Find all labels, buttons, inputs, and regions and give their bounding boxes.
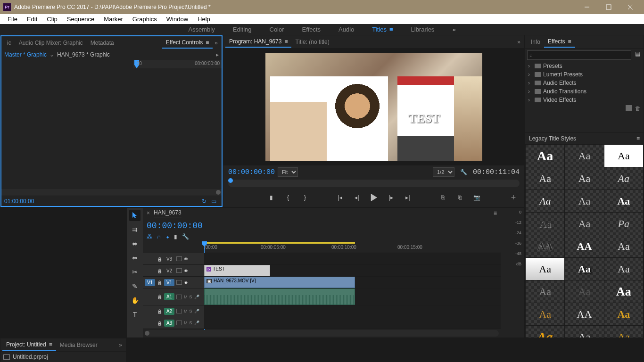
title-style-swatch[interactable]: Aa [565, 213, 603, 235]
lock-icon[interactable] [157, 294, 162, 299]
title-style-swatch[interactable]: Aa [565, 326, 603, 337]
close-sequence-icon[interactable]: × [147, 210, 150, 216]
track-label[interactable]: A3 [164, 320, 174, 327]
title-style-swatch[interactable]: Aa [565, 190, 603, 212]
step-back-button[interactable]: ◂| [353, 193, 361, 202]
rolling-edit-tool[interactable]: ⇔ [129, 252, 140, 263]
panel-overflow[interactable]: » [515, 39, 522, 45]
sync-lock-icon[interactable] [176, 256, 182, 261]
tree-audio-effects[interactable]: Audio Effects [525, 79, 644, 87]
add-marker-icon[interactable]: ⬥ [166, 233, 169, 240]
timeline-zoom-scroll[interactable] [145, 330, 499, 337]
solo-button[interactable]: S [190, 295, 192, 299]
clip-video[interactable]: ▣HAN_9673.MOV [V] [204, 277, 355, 288]
ripple-edit-tool[interactable]: ⬌ [129, 238, 140, 249]
lock-icon[interactable] [157, 268, 162, 273]
tab-effect-controls[interactable]: Effect Controls [162, 37, 213, 49]
menu-file[interactable]: File [3, 14, 22, 24]
solo-button[interactable]: S [190, 321, 192, 325]
lift-button[interactable]: ⎘ [438, 193, 447, 202]
tab-effects[interactable]: Effects [544, 36, 575, 48]
effect-master-label[interactable]: Master * Graphic [4, 51, 47, 58]
marker-icon[interactable]: ▮ [174, 233, 177, 240]
voice-over-icon[interactable]: 🎤 [194, 321, 199, 325]
title-style-swatch[interactable]: Aa [565, 258, 603, 280]
workspace-audio[interactable]: Audio [338, 24, 355, 35]
menu-graphics[interactable]: Graphics [128, 14, 162, 24]
program-video-frame[interactable]: TEST [265, 53, 482, 161]
tab-media-browser[interactable]: Media Browser [56, 340, 101, 350]
title-style-swatch[interactable]: Aa [604, 145, 643, 167]
title-style-swatch[interactable]: Aa [604, 235, 643, 257]
menu-help[interactable]: Help [193, 14, 215, 24]
resolution-select[interactable]: 1/2 [433, 167, 454, 177]
effect-mini-timeline[interactable]: 08:00:00:00 :00 [133, 60, 222, 68]
sync-lock-icon[interactable] [176, 268, 182, 273]
workspace-libraries[interactable]: Libraries [410, 24, 436, 35]
solo-button[interactable]: S [190, 309, 192, 313]
lock-icon[interactable] [157, 321, 162, 326]
track-label[interactable]: V2 [164, 267, 174, 274]
trash-icon[interactable]: 🗑 [635, 105, 641, 112]
toggle-track-output-icon[interactable] [184, 256, 188, 262]
tab-info[interactable]: Info [527, 37, 544, 47]
track-label[interactable]: A2 [164, 308, 174, 315]
title-style-swatch[interactable]: AA [526, 235, 564, 257]
title-style-swatch[interactable]: AA [565, 235, 603, 257]
panel-menu-icon[interactable]: ≡ [494, 210, 497, 216]
title-style-swatch[interactable]: Aa [526, 258, 564, 280]
razor-tool[interactable]: ✂ [129, 266, 140, 278]
go-to-in-button[interactable]: |◂ [336, 193, 344, 202]
lock-icon[interactable] [157, 280, 162, 285]
tab-source[interactable]: ic [3, 38, 15, 48]
track-label[interactable]: V1 [164, 279, 174, 286]
timeline-timecode[interactable]: 00:00:00:00 [147, 221, 203, 230]
source-patch[interactable]: V1 [145, 279, 155, 286]
step-forward-button[interactable]: |▸ [387, 193, 395, 202]
title-style-swatch[interactable]: Aa [526, 280, 564, 303]
selection-tool[interactable] [129, 210, 140, 221]
workspace-effects[interactable]: Effects [301, 24, 322, 35]
minimize-button[interactable] [576, 0, 598, 14]
scrub-playhead[interactable] [228, 178, 233, 183]
title-style-swatch[interactable]: Aa [526, 167, 564, 189]
voice-over-icon[interactable]: 🎤 [194, 295, 199, 299]
title-style-swatch[interactable]: Aa [565, 167, 603, 189]
add-marker-button[interactable]: ▮ [267, 193, 275, 202]
effect-footer-timecode[interactable]: 01:00:00:00 [4, 198, 34, 205]
tab-project[interactable]: Project: Untitled [2, 339, 56, 351]
new-bin-icon[interactable] [626, 105, 632, 111]
workspace-overflow[interactable]: » [451, 24, 456, 35]
tab-audio-clip-mixer[interactable]: Audio Clip Mixer: Graphic [15, 38, 87, 48]
toggle-track-output-icon[interactable] [184, 268, 188, 273]
tree-video-effects[interactable]: Video Effects [525, 96, 644, 104]
work-area-bar[interactable] [204, 242, 355, 244]
extract-button[interactable]: ⎗ [455, 193, 464, 202]
tree-presets[interactable]: Presets [525, 62, 644, 70]
track-label[interactable]: A1 [164, 293, 174, 300]
title-style-swatch[interactable]: AA [565, 303, 603, 325]
title-style-swatch[interactable]: Aa [565, 280, 603, 303]
type-tool[interactable]: T [129, 309, 140, 320]
program-scrubber[interactable] [228, 180, 520, 187]
menu-marker[interactable]: Marker [99, 14, 127, 24]
workspace-titles[interactable]: Titles [371, 24, 394, 35]
workspace-editing[interactable]: Editing [232, 24, 253, 35]
sync-lock-icon[interactable] [176, 309, 182, 313]
linked-selection-icon[interactable]: ∩ [157, 233, 161, 240]
timeline-ruler[interactable]: :00:00 00:00:05:00 00:00:10:00 00:00:15:… [204, 242, 501, 253]
toggle-track-output-icon[interactable] [184, 280, 188, 285]
menu-window[interactable]: Window [162, 14, 193, 24]
mark-out-button[interactable]: } [301, 193, 309, 202]
voice-over-icon[interactable]: 🎤 [194, 309, 199, 313]
title-style-swatch[interactable]: Aa [604, 258, 643, 280]
title-style-swatch[interactable]: Aa [565, 145, 603, 167]
panel-overflow[interactable]: » [117, 342, 124, 348]
sync-lock-icon[interactable] [176, 295, 182, 299]
mute-button[interactable]: M [184, 309, 188, 313]
hand-tool[interactable]: ✋ [129, 295, 140, 306]
settings-icon[interactable]: 🔧 [460, 169, 467, 175]
zoom-handle[interactable] [216, 190, 221, 195]
mute-button[interactable]: M [184, 295, 188, 299]
title-style-swatch[interactable]: Aa [526, 303, 564, 325]
